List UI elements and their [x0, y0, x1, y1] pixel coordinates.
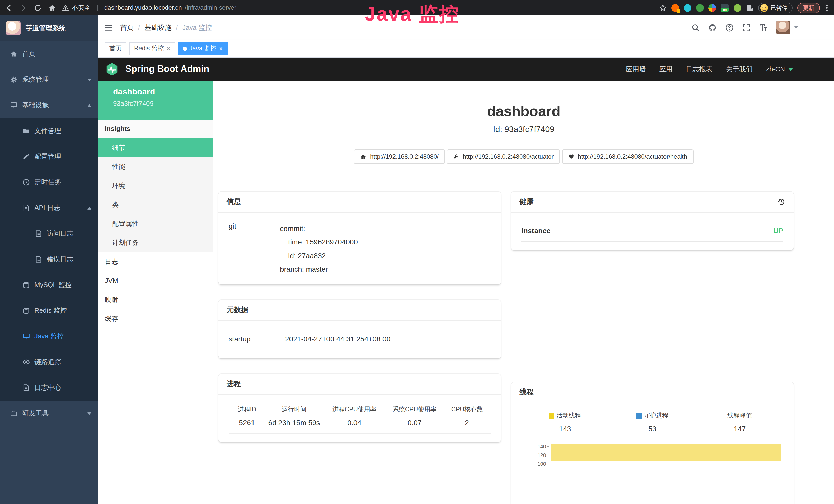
sba-sidebar-item-details[interactable]: 细节 — [97, 138, 213, 157]
actuator-url-button[interactable]: http://192.168.0.2:48080/actuator — [447, 150, 560, 164]
extension-icon[interactable] — [733, 4, 741, 12]
back-icon[interactable] — [5, 4, 13, 12]
app-menu: 首页 系统管理 基础设施 文件管理 配置管理 — [0, 41, 97, 426]
threads-legend: 活动线程 守护进程 线程峰值 — [521, 408, 784, 433]
extensions-puzzle-icon[interactable] — [746, 4, 753, 12]
sidebar-item-config-management[interactable]: 配置管理 — [0, 144, 97, 169]
search-icon[interactable] — [692, 23, 700, 31]
sidebar-group-system-management[interactable]: 系统管理 — [0, 67, 97, 92]
health-url-button[interactable]: http://192.168.0.2:48080/actuator/health — [562, 150, 693, 164]
locale-label: zh-CN — [766, 65, 785, 73]
screen: 不安全 dashboard.yudao.iocoder.cn/infra/adm… — [0, 0, 834, 504]
history-icon[interactable] — [777, 198, 786, 206]
profile-paused-label: 已暂停 — [771, 4, 788, 12]
sba-sidebar-item-logs[interactable]: 日志 — [97, 252, 213, 271]
legend-item: 守护进程 — [609, 411, 696, 420]
sba-sidebar-item-classes[interactable]: 类 — [97, 195, 213, 214]
sba-sidebar-item-performance[interactable]: 性能 — [97, 157, 213, 176]
chart-area-series — [551, 444, 781, 461]
link-label: http://192.168.0.2:48080/actuator — [463, 153, 554, 160]
extension-icon[interactable]: on — [721, 4, 729, 12]
help-icon[interactable] — [725, 23, 733, 31]
extension-icon[interactable] — [672, 4, 679, 12]
fullscreen-icon[interactable] — [742, 23, 750, 31]
sidebar-item-log-center[interactable]: 日志中心 — [0, 375, 97, 400]
sidebar-item-file-management[interactable]: 文件管理 — [0, 118, 97, 144]
tab-java-monitor[interactable]: Java 监控 — [178, 42, 227, 55]
breadcrumb-item[interactable]: 首页 — [120, 23, 134, 32]
forward-icon[interactable] — [20, 4, 27, 12]
font-size-icon[interactable] — [759, 23, 767, 31]
sba-nav: 应用墙 应用 日志报表 关于我们 zh-CN — [626, 65, 793, 74]
refresh-icon[interactable] — [34, 4, 42, 12]
profile-paused-chip[interactable]: 已暂停 — [758, 2, 793, 13]
sidebar-item-link-tracing[interactable]: 链路追踪 — [0, 349, 97, 375]
info-card-title: 信息 — [218, 191, 501, 212]
process-column-header: 进程CPU使用率 — [323, 405, 386, 414]
chrome-update-button[interactable]: 更新 — [797, 2, 820, 13]
eye-icon — [23, 359, 30, 366]
sidebar-item-error-logs[interactable]: 错误日志 — [0, 247, 97, 272]
instance-url-button[interactable]: http://192.168.0.2:48080/ — [354, 150, 445, 164]
sba-brand: Spring Boot Admin — [125, 64, 209, 74]
sidebar-group-api-logs[interactable]: API 日志 — [0, 195, 97, 221]
user-avatar[interactable] — [776, 21, 790, 35]
chevron-down-icon[interactable] — [794, 26, 798, 29]
sba-sidebar-item-caches[interactable]: 缓存 — [97, 309, 213, 328]
sidebar-item-label: Redis 监控 — [35, 306, 67, 315]
sba-sidebar-item-scheduled-tasks[interactable]: 计划任务 — [97, 233, 213, 252]
sba-nav-journal[interactable]: 日志报表 — [686, 65, 712, 74]
legend-label: 守护进程 — [644, 411, 668, 420]
chevron-down-icon — [87, 78, 91, 81]
sba-sidebar-item-jvm[interactable]: JVM — [97, 271, 213, 290]
sba-nav-about[interactable]: 关于我们 — [726, 65, 752, 74]
extension-icon[interactable] — [684, 4, 692, 12]
sidebar-item-java-monitor[interactable]: Java 监控 — [0, 323, 97, 349]
sidebar-item-redis-monitor[interactable]: Redis 监控 — [0, 298, 97, 323]
monitor-icon — [23, 333, 30, 340]
sidebar-group-dev-tools[interactable]: 研发工具 — [0, 400, 97, 426]
hamburger-icon[interactable] — [104, 23, 113, 32]
tab-home[interactable]: 首页 — [105, 42, 126, 55]
divider — [97, 4, 97, 11]
github-icon[interactable] — [708, 23, 717, 31]
wrench-icon — [453, 154, 459, 160]
browser-home-icon[interactable] — [48, 4, 56, 12]
instance-header[interactable]: dashboard 93a3fc7f7409 — [97, 81, 213, 120]
health-instance-row: Instance UP — [521, 220, 784, 242]
breadcrumb-item[interactable]: 基础设施 — [145, 23, 171, 32]
sidebar-item-label: Java 监控 — [35, 332, 64, 341]
axis-tick: 120 — [527, 451, 546, 460]
tab-redis-monitor[interactable]: Redis 监控 — [129, 42, 175, 55]
sidebar-item-label: 链路追踪 — [35, 358, 61, 367]
close-icon[interactable] — [167, 45, 170, 52]
locale-selector[interactable]: zh-CN — [766, 65, 793, 73]
process-card: 进程 进程ID 运行时间 进程CPU使用率 系统CPU使用率 CPU核心数 52… — [218, 374, 501, 442]
sidebar-item-label: 系统管理 — [22, 75, 49, 84]
axis-tick: 100 — [527, 460, 546, 468]
sidebar-item-access-logs[interactable]: 访问日志 — [0, 221, 97, 247]
browser-menu-icon[interactable] — [825, 4, 829, 11]
bookmark-star-icon[interactable] — [659, 4, 667, 12]
sba-sidebar-item-config-properties[interactable]: 配置属性 — [97, 214, 213, 233]
sidebar-item-home[interactable]: 首页 — [0, 41, 97, 67]
sba-sidebar-item-mappings[interactable]: 映射 — [97, 290, 213, 309]
link-label: http://192.168.0.2:48080/actuator/health — [578, 153, 687, 160]
sidebar-item-mysql-monitor[interactable]: MySQL 监控 — [0, 272, 97, 298]
close-icon[interactable] — [219, 45, 223, 52]
sidebar-group-infrastructure[interactable]: 基础设施 — [0, 92, 97, 118]
extension-icon[interactable] — [696, 4, 704, 12]
document-icon — [23, 384, 30, 391]
extension-icon[interactable] — [708, 4, 716, 12]
sba-sidebar-item-environment[interactable]: 环境 — [97, 176, 213, 195]
toolbox-icon — [10, 410, 18, 417]
sba-nav-wall[interactable]: 应用墙 — [626, 65, 646, 74]
tabs-bar: 首页 Redis 监控 Java 监控 — [97, 40, 834, 58]
sidebar-item-label: 基础设施 — [22, 101, 49, 110]
clock-icon — [23, 179, 30, 186]
sidebar-item-scheduled-tasks[interactable]: 定时任务 — [0, 169, 97, 195]
address-bar[interactable]: 不安全 dashboard.yudao.iocoder.cn/infra/adm… — [62, 3, 236, 12]
legend-value: 143 — [521, 425, 609, 433]
sba-nav-applications[interactable]: 应用 — [659, 65, 673, 74]
app-logo[interactable]: 芋道管理系统 — [0, 16, 97, 41]
